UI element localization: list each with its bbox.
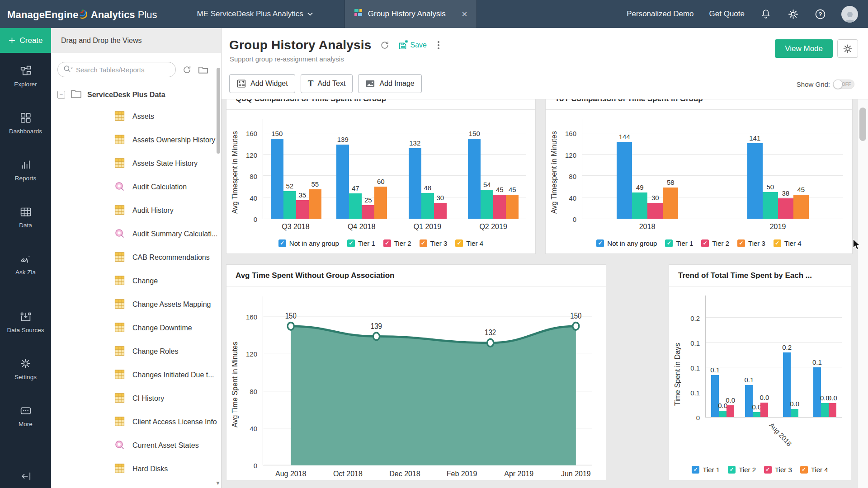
refresh-views-icon[interactable] [182,65,192,75]
tree-item-client-access-license-info[interactable]: Client Access License Info [51,410,221,434]
tree-item-audit-history[interactable]: Audit History [51,199,221,222]
views-scrollbar-thumb[interactable] [217,68,220,154]
bar-tier-1[interactable]: 0.1 [711,375,719,417]
bar-tier-3[interactable]: 55 [309,189,321,219]
bar-tier-1[interactable]: 0.1 [745,385,753,417]
bar-tier-3[interactable]: 60 [374,187,387,219]
legend-item-tier-3[interactable]: ✓Tier 3 [737,239,765,247]
bar-tier-3[interactable]: 0.0 [760,403,768,417]
bar-not-in-any-group[interactable]: 139 [336,145,349,219]
create-button[interactable]: Create [0,28,51,53]
sidebar-item-settings[interactable]: Settings [0,346,51,393]
tree-root-servicedesk-plus-data[interactable]: − ServiceDesk Plus Data [51,84,221,105]
bar-tier-3[interactable]: 0.0 [726,405,734,417]
sidebar-item-data-sources[interactable]: Data Sources [0,299,51,346]
bar-tier-2[interactable]: 30 [647,203,663,219]
bar-not-in-any-group[interactable]: 150 [271,139,283,219]
legend-item-tier-1[interactable]: ✓Tier 1 [665,239,693,247]
tree-item-hard-disks[interactable]: Hard Disks [51,457,221,481]
sidebar-item-data[interactable]: Data [0,194,51,241]
tree-item-assets-state-history[interactable]: Assets State History [51,152,221,175]
more-options-kebab-icon[interactable] [435,40,442,50]
sidebar-item-reports[interactable]: Reports [0,147,51,194]
user-avatar[interactable] [841,6,858,23]
bar-not-in-any-group[interactable]: 132 [409,148,421,219]
tree-item-change-assets-mapping[interactable]: Change Assets Mapping [51,293,221,316]
legend-item-tier-4[interactable]: ✓Tier 4 [455,239,483,247]
legend-item-tier-1[interactable]: ✓Tier 1 [692,466,720,474]
collapse-sidebar-button[interactable] [0,465,51,488]
sidebar-item-ask-zia[interactable]: Ask Zia [0,241,51,288]
help-icon[interactable]: ? [814,8,826,20]
show-grid-toggle[interactable]: OFF [833,80,854,89]
legend-item-tier-4[interactable]: ✓Tier 4 [774,239,802,247]
bar-tier-1[interactable]: 47 [349,193,362,219]
legend-item-not-in-any-group[interactable]: ✓Not in any group [278,239,339,247]
refresh-dashboard-icon[interactable] [380,40,390,50]
legend-item-not-in-any-group[interactable]: ✓Not in any group [596,239,657,247]
tree-item-change[interactable]: Change [51,269,221,293]
tree-item-change-downtime[interactable]: Change Downtime [51,316,221,340]
bar-not-in-any-group[interactable]: 150 [468,139,481,219]
save-button[interactable]: Save [398,40,427,51]
add-image-button[interactable]: Add Image [358,74,421,93]
bar-tier-2[interactable]: 30 [434,203,447,219]
bar-tier-3[interactable]: 0.0 [829,403,836,417]
legend-item-tier-4[interactable]: ✓Tier 4 [800,466,828,474]
bar-tier-3[interactable]: 58 [663,188,678,219]
legend-item-tier-2[interactable]: ✓Tier 2 [383,239,411,247]
tree-item-cab-recommendations[interactable]: CAB Recommendations [51,246,221,269]
main-scrollbar-thumb[interactable] [859,108,866,141]
personalized-demo-link[interactable]: Personalized Demo [627,9,693,19]
bar-tier-1[interactable]: 54 [481,190,493,219]
bar-tier-2[interactable]: 25 [362,205,374,219]
legend-item-tier-1[interactable]: ✓Tier 1 [347,239,375,247]
bar-not-in-any-group[interactable]: 144 [617,142,632,219]
bar-tier-2[interactable]: 0.0 [753,412,760,417]
legend-item-tier-3[interactable]: ✓Tier 3 [764,466,792,474]
search-input[interactable] [76,66,157,74]
tree-item-assets-ownership-history[interactable]: Assets Ownership History [51,128,221,152]
folder-view-icon[interactable] [198,65,208,74]
sidebar-item-explorer[interactable]: Explorer [0,53,51,100]
bar-tier-1[interactable]: 48 [421,193,434,219]
bar-tier-1[interactable]: 49 [632,192,647,219]
bar-tier-2[interactable]: 0.0 [821,403,829,417]
collapse-node-icon[interactable]: − [57,91,65,99]
bar-tier-2[interactable]: 0.0 [791,409,798,417]
workspace-dropdown[interactable]: ME ServiceDesk Plus Analytics [197,9,313,19]
tab-group-history-analysis[interactable]: Group History Analysis ✕ [344,0,477,28]
tree-item-ci-history[interactable]: CI History [51,387,221,410]
views-scrollbar-down-arrow[interactable]: ▼ [215,480,221,486]
tree-item-audit-calculation[interactable]: Audit Calculation [51,175,221,199]
view-mode-button[interactable]: View Mode [775,39,833,58]
tree-item-change-roles[interactable]: Change Roles [51,340,221,363]
tree-item-audit-summary-calculati[interactable]: Audit Summary Calculati... [51,222,221,246]
sidebar-item-dashboards[interactable]: Dashboards [0,100,51,147]
settings-gear-icon[interactable] [787,8,799,20]
sidebar-item-more[interactable]: More [0,393,51,440]
add-text-button[interactable]: T Add Text [301,74,353,93]
bar-tier-1[interactable]: 50 [763,192,778,219]
tree-item-changes-initiated-due-t[interactable]: Changes Initiated Due t... [51,363,221,387]
bar-not-in-any-group[interactable]: 141 [747,143,763,219]
bar-tier-2[interactable]: 35 [296,200,309,219]
tree-item-current-asset-states[interactable]: Current Asset States [51,434,221,457]
legend-item-tier-2[interactable]: ✓Tier 2 [728,466,756,474]
tree-item-assets[interactable]: Assets [51,105,221,128]
bar-tier-2[interactable]: 45 [493,195,506,219]
tab-close-icon[interactable]: ✕ [462,10,467,19]
bar-tier-1[interactable]: 0.1 [813,367,821,417]
main-scrollbar[interactable] [857,99,868,488]
get-quote-link[interactable]: Get Quote [709,9,745,19]
legend-item-tier-2[interactable]: ✓Tier 2 [701,239,729,247]
bar-tier-3[interactable]: 45 [506,195,519,219]
bar-tier-2[interactable]: 0.0 [719,411,726,417]
legend-item-tier-3[interactable]: ✓Tier 3 [420,239,448,247]
bar-tier-3[interactable]: 45 [793,195,809,219]
add-widget-button[interactable]: Add Widget [229,74,295,93]
bar-tier-2[interactable]: 38 [778,198,793,219]
bar-tier-1[interactable]: 52 [283,191,296,219]
search-box[interactable] [57,62,176,77]
dashboard-settings-button[interactable] [837,39,858,58]
